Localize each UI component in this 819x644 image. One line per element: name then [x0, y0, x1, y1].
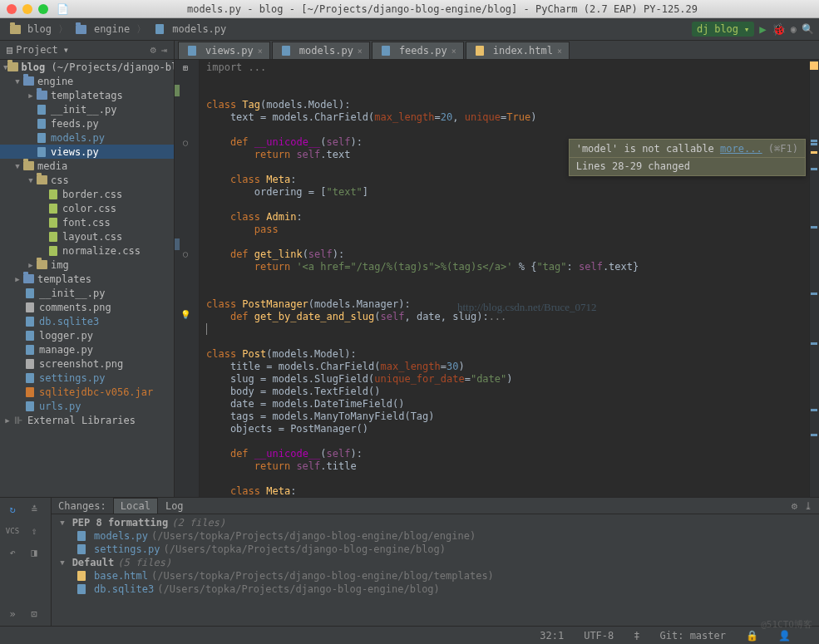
- main-area: ▤ Project ▾ ⚙ ⇥ ▼blog (~/Projects/django…: [0, 41, 819, 497]
- tree-folder-templatetags[interactable]: ▶templatetags: [0, 88, 174, 102]
- python-file-icon: [379, 46, 392, 56]
- change-item[interactable]: models.py (/Users/topka/Projects/django-…: [52, 529, 819, 543]
- editor-tabs: views.py× models.py× feeds.py× index.htm…: [175, 41, 819, 60]
- zoom-window-button[interactable]: [38, 4, 48, 14]
- change-item[interactable]: db.sqlite3 (/Users/topka/Projects/django…: [52, 583, 819, 596]
- more-button[interactable]: »: [3, 606, 22, 622]
- tree-file-manage[interactable]: manage.py: [0, 342, 174, 356]
- diff-button[interactable]: ◨: [25, 544, 43, 561]
- tree-folder-templates[interactable]: ▶templates: [0, 272, 174, 286]
- close-tab-icon[interactable]: ×: [451, 47, 456, 56]
- change-group-pep8[interactable]: ▼ PEP 8 formatting(2 files): [52, 516, 819, 529]
- python-file-icon: [23, 345, 37, 355]
- expand-button[interactable]: ⊡: [25, 606, 43, 622]
- css-file-icon: [47, 218, 60, 228]
- tree-file-init[interactable]: __init__.py: [0, 102, 174, 116]
- tree-file-urls[interactable]: urls.py: [0, 399, 174, 413]
- search-button[interactable]: 🔍: [802, 23, 814, 35]
- breadcrumb: blog 〉 engine 〉 models.py: [5, 22, 229, 37]
- run-config-selector[interactable]: dj blog ▾: [692, 22, 754, 37]
- tab-index[interactable]: index.html×: [466, 42, 570, 59]
- tree-external-libraries[interactable]: ▶⊪External Libraries: [0, 413, 174, 427]
- minimize-window-button[interactable]: [22, 4, 32, 14]
- breadcrumb-item-models[interactable]: models.py: [150, 22, 229, 37]
- error-stripe[interactable]: [809, 60, 819, 497]
- changes-list[interactable]: ▼ PEP 8 formatting(2 files) models.py (/…: [52, 514, 819, 626]
- tree-file-normalize-css[interactable]: normalize.css: [0, 243, 174, 258]
- tree-folder-css[interactable]: ▼css: [0, 173, 174, 187]
- method-override-icon[interactable]: ○: [180, 136, 191, 148]
- project-sidebar: ▤ Project ▾ ⚙ ⇥ ▼blog (~/Projects/django…: [0, 41, 175, 497]
- hector-icon[interactable]: 👤: [778, 630, 791, 642]
- tree-file-views[interactable]: views.py: [0, 145, 174, 159]
- status-bar: 32:1 UTF-8 ‡ Git: master 🔒 👤: [0, 626, 819, 644]
- cursor-position[interactable]: 32:1: [540, 630, 564, 642]
- tree-file-feeds[interactable]: feeds.py: [0, 116, 174, 130]
- commit-button[interactable]: ⇧: [25, 523, 43, 539]
- file-encoding[interactable]: UTF-8: [584, 630, 614, 642]
- close-tab-icon[interactable]: ×: [358, 47, 363, 56]
- folder-icon: [8, 25, 22, 34]
- tree-file-jar[interactable]: sqlitejdbc-v056.jar: [0, 385, 174, 399]
- line-separator[interactable]: ‡: [634, 630, 639, 642]
- settings-icon[interactable]: ⚙: [150, 44, 156, 56]
- refresh-button[interactable]: ↻: [3, 501, 22, 518]
- folder-icon: [35, 91, 48, 100]
- python-file-icon: [75, 544, 88, 554]
- tree-folder-media[interactable]: ▼media: [0, 159, 174, 173]
- rollback-button[interactable]: ↶: [3, 544, 22, 561]
- tree-file-border-css[interactable]: border.css: [0, 187, 174, 201]
- changes-tab-log[interactable]: Log: [158, 498, 191, 514]
- tree-file-settings[interactable]: settings.py: [0, 371, 174, 385]
- coverage-button[interactable]: ◉: [791, 23, 797, 35]
- close-tab-icon[interactable]: ×: [258, 47, 263, 56]
- close-window-button[interactable]: [7, 4, 17, 14]
- python-file-icon: [35, 133, 48, 143]
- tab-models[interactable]: models.py×: [272, 42, 370, 59]
- tree-file-models[interactable]: models.py: [0, 130, 174, 145]
- tree-file-comments[interactable]: comments.png: [0, 300, 174, 314]
- tree-file-color-css[interactable]: color.css: [0, 201, 174, 215]
- python-file-icon: [185, 46, 199, 56]
- intention-bulb-icon[interactable]: 💡: [180, 308, 191, 320]
- python-file-icon: [23, 331, 37, 341]
- analysis-indicator[interactable]: [810, 61, 818, 70]
- breadcrumb-item-blog[interactable]: blog: [5, 22, 55, 37]
- code-content[interactable]: import ... class Tag(models.Model): text…: [200, 60, 809, 497]
- git-branch[interactable]: Git: master: [660, 630, 726, 642]
- hide-panel-icon[interactable]: ⤓: [804, 500, 812, 512]
- changes-tab-local[interactable]: Local: [113, 498, 158, 514]
- project-tree[interactable]: ▼blog (~/Projects/django-blo ▼engine ▶te…: [0, 60, 174, 497]
- close-tab-icon[interactable]: ×: [557, 47, 562, 56]
- tab-feeds[interactable]: feeds.py×: [372, 42, 464, 59]
- debug-button[interactable]: 🐞: [772, 22, 786, 36]
- tree-root[interactable]: ▼blog (~/Projects/django-blo: [0, 60, 174, 74]
- html-file-icon: [473, 46, 486, 56]
- tree-file-init2[interactable]: __init__.py: [0, 286, 174, 300]
- breadcrumb-item-engine[interactable]: engine: [72, 22, 133, 37]
- tree-folder-img[interactable]: ▶img: [0, 258, 174, 272]
- collapse-icon[interactable]: ⇥: [161, 44, 167, 56]
- tree-file-db[interactable]: db.sqlite3: [0, 314, 174, 328]
- tab-views[interactable]: views.py×: [178, 42, 270, 59]
- change-item[interactable]: base.html (/Users/topka/Projects/django-…: [52, 569, 819, 583]
- tree-file-screenshot[interactable]: screenshot.png: [0, 356, 174, 371]
- tree-file-layout-css[interactable]: layout.css: [0, 229, 174, 243]
- tree-file-font-css[interactable]: font.css: [0, 215, 174, 229]
- settings-icon[interactable]: ⚙: [792, 500, 797, 512]
- editor-gutter[interactable]: ⊞ ○ ○ 💡: [175, 60, 200, 497]
- method-override-icon[interactable]: ○: [180, 248, 191, 259]
- code-editor[interactable]: ⊞ ○ ○ 💡 import ... class Tag(models.Mode…: [175, 60, 819, 497]
- tree-folder-engine[interactable]: ▼engine: [0, 74, 174, 88]
- project-panel-header[interactable]: ▤ Project ▾ ⚙ ⇥: [0, 41, 174, 60]
- run-button[interactable]: ▶: [759, 22, 766, 36]
- change-group-default[interactable]: ▼ Default(5 files): [52, 556, 819, 569]
- tooltip-more-link[interactable]: more...: [720, 143, 762, 155]
- tree-file-logger[interactable]: logger.py: [0, 328, 174, 342]
- fold-icon[interactable]: ⊞: [180, 61, 191, 73]
- change-item[interactable]: settings.py (/Users/topka/Projects/djang…: [52, 543, 819, 556]
- folder-icon: [75, 25, 88, 34]
- database-file-icon: [75, 584, 88, 594]
- readonly-lock-icon[interactable]: 🔒: [746, 630, 758, 642]
- add-button[interactable]: ≛: [25, 501, 43, 518]
